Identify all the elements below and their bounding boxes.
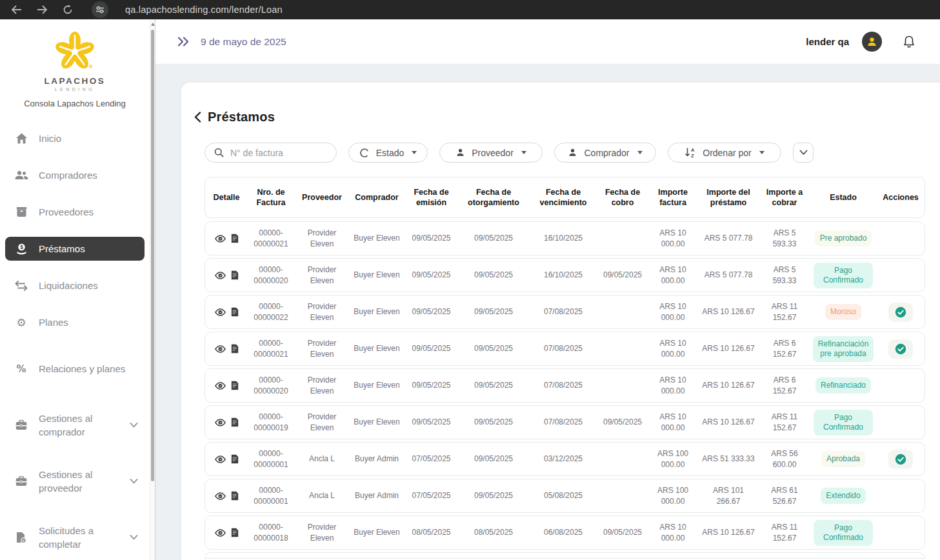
cell-estado: Pago Confirmado	[811, 410, 875, 435]
cell-invoice_amount: ARS 10 000.00	[647, 522, 699, 543]
invoice-document-icon[interactable]	[231, 381, 239, 390]
issue_date-value: 09/05/2025	[406, 343, 456, 354]
status-badge: Pago Confirmado	[814, 520, 873, 546]
sidebar-item-relaciones-y-planes[interactable]: %Relaciones y planes	[5, 341, 145, 397]
partial-next-row	[205, 552, 925, 559]
table-row[interactable]: 00000-00000001Ancla LBuyer Admin07/05/20…	[205, 442, 925, 476]
column-header: Fecha de emisión	[404, 187, 459, 208]
due_date-value: 16/10/2025	[531, 233, 595, 243]
back-icon[interactable]	[10, 4, 22, 15]
approve-check-button[interactable]	[888, 339, 913, 359]
cell-provider: Provider Eleven	[294, 265, 350, 285]
grant_date-value: 09/05/2025	[461, 306, 526, 317]
table-row[interactable]: 00000-00000018Provider ElevenBuyer Eleve…	[205, 515, 925, 550]
avatar[interactable]	[862, 32, 882, 52]
view-detail-icon[interactable]	[215, 419, 226, 426]
invoice-search-pill[interactable]	[205, 143, 337, 163]
sidebar-item-inicio[interactable]: Inicio	[5, 120, 145, 157]
cell-loan_amount: ARS 51 333.33	[699, 454, 758, 464]
receivable_amount-value: ARS 5 593.33	[761, 265, 808, 285]
loan_amount-value: ARS 10 126.67	[701, 417, 755, 427]
column-header: Fecha de cobro	[598, 187, 647, 208]
view-detail-icon[interactable]	[215, 308, 226, 316]
sidebar-item-compradores[interactable]: Compradores	[5, 157, 145, 194]
loans-table: DetalleNro. de FacturaProveedorComprador…	[205, 177, 925, 559]
person-icon	[866, 36, 877, 47]
column-header: Fecha de vencimiento	[528, 187, 598, 208]
provider-value: Provider Eleven	[297, 412, 347, 432]
double-chevron-icon[interactable]	[177, 37, 190, 46]
sidebar-item-liquidaciones[interactable]: Liquidaciones	[5, 267, 145, 304]
collapse-filters-button[interactable]	[793, 143, 814, 163]
sidebar-item-gestiones-al-comprador[interactable]: Gestiones al comprador	[5, 397, 145, 453]
loan_amount-value: ARS 5 077.78	[701, 270, 755, 280]
search-input[interactable]	[230, 148, 327, 158]
cell-provider: Provider Eleven	[294, 301, 350, 322]
cell-invoice_amount: ARS 10 000.00	[647, 338, 699, 359]
sidebar-item-planes[interactable]: ⚙Planes	[5, 304, 145, 341]
loan_amount-value: ARS 101 266.67	[701, 485, 755, 506]
table-row[interactable]: 00000-00000020Provider ElevenBuyer Eleve…	[205, 368, 925, 403]
table-row[interactable]: 00000-00000021Provider ElevenBuyer Eleve…	[205, 332, 925, 366]
invoice_amount-value: ARS 100 000.00	[650, 448, 696, 469]
invoice-document-icon[interactable]	[231, 528, 239, 537]
invoice-document-icon[interactable]	[231, 454, 239, 464]
sidebar-scrollbar[interactable]	[150, 19, 155, 560]
site-info-icon[interactable]	[92, 1, 108, 18]
sidebar-item-solicitudes-a-completar[interactable]: Solicitudes a completar	[5, 509, 145, 560]
status-badge: Pago Confirmado	[814, 410, 873, 435]
svg-text:$: $	[20, 244, 23, 250]
due_date-value: 07/08/2025	[531, 417, 595, 427]
invoice-document-icon[interactable]	[231, 234, 239, 243]
cell-grant_date: 09/05/2025	[459, 270, 528, 280]
view-detail-icon[interactable]	[215, 345, 226, 353]
sidebar-item-proveedores[interactable]: Proveedores	[5, 194, 145, 230]
invoice-document-icon[interactable]	[231, 344, 239, 354]
sidebar-item-gestiones-al-proveedor[interactable]: Gestiones al proveedor	[5, 453, 145, 509]
invoice-document-icon[interactable]	[231, 270, 239, 280]
notifications-bell-icon[interactable]	[903, 35, 915, 49]
cell-invoice_amount: ARS 10 000.00	[647, 375, 699, 395]
view-detail-icon[interactable]	[215, 492, 226, 500]
estado-filter[interactable]: Estado	[348, 143, 428, 163]
percent-icon: %	[14, 363, 28, 375]
back-chevron-icon[interactable]	[194, 112, 201, 123]
view-detail-icon[interactable]	[215, 272, 226, 279]
column-header: Acciones	[875, 192, 926, 203]
view-detail-icon[interactable]	[215, 235, 226, 243]
registered-mark: ®	[89, 65, 92, 69]
buyer-value: Buyer Eleven	[352, 343, 401, 354]
view-detail-icon[interactable]	[215, 455, 226, 463]
reload-icon[interactable]	[62, 4, 74, 15]
sidebar-item-prestamos[interactable]: $Préstamos	[5, 237, 145, 261]
table-row[interactable]: 00000-00000001Ancla LBuyer Admin07/05/20…	[205, 479, 925, 513]
invoice-document-icon[interactable]	[231, 491, 239, 501]
table-row[interactable]: 00000-00000022Provider ElevenBuyer Eleve…	[205, 295, 925, 329]
issue_date-value: 09/05/2025	[406, 233, 456, 243]
approve-check-button[interactable]	[888, 303, 913, 322]
scrollbar-up-arrow[interactable]	[151, 23, 155, 26]
view-detail-icon[interactable]	[215, 382, 226, 390]
provider-value: Ancla L	[297, 490, 347, 501]
invoice-document-icon[interactable]	[231, 417, 239, 427]
proveedor-filter[interactable]: Proveedor	[439, 143, 543, 163]
comprador-filter[interactable]: Comprador	[554, 143, 656, 163]
cell-collect_date: 09/05/2025	[598, 527, 647, 537]
column-header: Importe a cobrar	[758, 187, 811, 208]
invoice-document-icon[interactable]	[231, 307, 239, 317]
table-row[interactable]: 00000-00000020Provider ElevenBuyer Eleve…	[205, 258, 925, 292]
due_date-value: 16/10/2025	[531, 270, 595, 280]
cell-loan_amount: ARS 10 126.67	[699, 306, 758, 317]
approve-check-button[interactable]	[888, 450, 913, 469]
view-detail-icon[interactable]	[215, 529, 226, 537]
table-row[interactable]: 00000-00000019Provider ElevenBuyer Eleve…	[205, 405, 925, 439]
url-bar[interactable]: qa.lapachoslending.com/lender/Loan	[125, 5, 283, 15]
sidebar-item-label: Préstamos	[39, 242, 138, 255]
cell-grant_date: 08/05/2025	[459, 527, 528, 537]
forward-icon[interactable]	[36, 4, 48, 15]
buyer-value: Buyer Eleven	[352, 417, 401, 427]
receivable_amount-value: ARS 11 152.67	[761, 522, 808, 543]
ordenar-filter[interactable]: AZ Ordenar por	[668, 143, 781, 163]
table-row[interactable]: 00000-00000021Provider ElevenBuyer Eleve…	[205, 221, 925, 255]
scrollbar-thumb[interactable]	[151, 30, 154, 481]
